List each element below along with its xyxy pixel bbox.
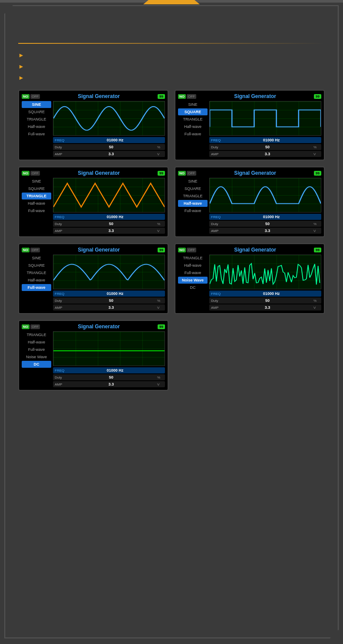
amp-unit: V <box>313 152 320 156</box>
amp-row-dc[interactable]: AMP 3.3 V <box>53 381 165 387</box>
duty-unit: % <box>313 222 320 226</box>
menu-item-triangle[interactable]: TRIANGLE <box>22 331 51 338</box>
sg-menu-halfwave: SINESQUARETRIANGLEHalf-waveFull-wave <box>178 178 208 234</box>
menu-item-square[interactable]: SQUARE <box>22 108 51 115</box>
menu-item-full-wave[interactable]: Full-wave <box>22 207 51 214</box>
freq-row-square[interactable]: FREQ 01000 Hz <box>209 137 321 143</box>
sg-menu-dc: TRIANGLEHalf-waveFull-waveNoise WaveDC <box>22 331 51 387</box>
menu-item-full-wave[interactable]: Full-wave <box>178 207 208 214</box>
duty-unit: % <box>157 222 163 226</box>
amp-value: 3.3 <box>223 152 312 156</box>
amp-value: 3.3 <box>67 382 155 386</box>
amp-row-fullwave[interactable]: AMP 3.3 V <box>53 304 165 311</box>
menu-item-sine[interactable]: SINE <box>22 178 51 185</box>
menu-item-dc[interactable]: DC <box>178 284 208 291</box>
freq-row-noise[interactable]: FREQ 01000 Hz <box>209 291 321 297</box>
badge-off: OFF <box>187 94 196 99</box>
freq-row-dc[interactable]: FREQ 01000 Hz <box>53 367 165 373</box>
duty-row-triangle[interactable]: Duty 50 % <box>53 221 165 227</box>
menu-item-square[interactable]: SQUARE <box>22 262 51 269</box>
menu-item-half-wave[interactable]: Half-wave <box>22 339 51 346</box>
freq-row-sine[interactable]: FREQ 01000 Hz <box>53 137 165 143</box>
menu-item-half-wave[interactable]: Half-wave <box>22 123 51 130</box>
menu-item-half-wave[interactable]: Half-wave <box>22 200 51 207</box>
freq-label: FREQ <box>211 292 221 296</box>
menu-item-full-wave[interactable]: Full-wave <box>22 346 51 353</box>
amp-row-noise[interactable]: AMP 3.3 V <box>209 304 321 311</box>
duty-row-halfwave[interactable]: Duty 50 % <box>209 221 321 227</box>
menu-item-triangle[interactable]: TRIANGLE <box>22 193 51 199</box>
freq-row-triangle[interactable]: FREQ 01000 Hz <box>53 214 165 220</box>
menu-item-full-wave[interactable]: Full-wave <box>22 284 51 291</box>
menu-item-triangle[interactable]: TRIANGLE <box>178 193 208 199</box>
menu-item-noise-wave[interactable]: Noise Wave <box>22 353 51 360</box>
sg-controls-triangle: FREQ 01000 Hz Duty 50 % AMP 3.3 V <box>53 214 165 234</box>
sg-body-triangle: SINESQUARETRIANGLEHalf-waveFull-wave FRE… <box>22 178 165 234</box>
sg-body-dc: TRIANGLEHalf-waveFull-waveNoise WaveDC F… <box>22 331 165 387</box>
badge-off: OFF <box>30 248 40 252</box>
freq-row-halfwave[interactable]: FREQ 01000 Hz <box>209 214 321 220</box>
duty-row-noise[interactable]: Duty 50 % <box>209 297 321 304</box>
features-list: ► ► ► <box>18 51 325 81</box>
duty-unit: % <box>157 376 163 379</box>
badge-no: NO <box>178 171 186 176</box>
menu-item-square[interactable]: SQUARE <box>22 185 51 192</box>
feature-item-3: ► <box>18 73 325 81</box>
duty-row-sine[interactable]: Duty 50 % <box>53 144 165 150</box>
menu-item-half-wave[interactable]: Half-wave <box>178 123 208 130</box>
divider <box>18 43 325 44</box>
amp-unit: V <box>157 229 163 233</box>
menu-item-sine[interactable]: SINE <box>22 101 51 108</box>
menu-item-sine[interactable]: SINE <box>178 101 208 108</box>
amp-label: AMP <box>211 229 221 233</box>
menu-item-square[interactable]: SQUARE <box>178 185 208 192</box>
duty-label: Duty <box>55 376 65 379</box>
arrow-icon-2: ► <box>18 63 24 70</box>
menu-item-full-wave[interactable]: Full-wave <box>22 131 51 137</box>
amp-value: 3.3 <box>223 305 312 310</box>
sg-header-fullwave: NO OFF Signal Generator 99 <box>22 247 165 253</box>
page-title <box>18 19 325 34</box>
duty-value: 50 <box>67 145 155 149</box>
freq-row-fullwave[interactable]: FREQ 01000 Hz <box>53 291 165 297</box>
sg-body-noise: TRIANGLEHalf-waveFull-waveNoise WaveDC F… <box>178 255 321 311</box>
sg-header-dc: NO OFF Signal Generator 99 <box>22 324 165 330</box>
menu-item-sine[interactable]: SINE <box>178 178 208 185</box>
menu-item-half-wave[interactable]: Half-wave <box>22 277 51 284</box>
menu-item-triangle[interactable]: TRIANGLE <box>178 116 208 123</box>
sg-menu-noise: TRIANGLEHalf-waveFull-waveNoise WaveDC <box>178 255 208 311</box>
duty-row-dc[interactable]: Duty 50 % <box>53 374 165 380</box>
amp-value: 3.3 <box>67 305 155 310</box>
menu-item-triangle[interactable]: TRIANGLE <box>22 116 51 123</box>
menu-item-triangle[interactable]: TRIANGLE <box>22 269 51 276</box>
menu-item-square[interactable]: SQUARE <box>178 108 208 115</box>
panel-wrapper-5: NO OFF Signal Generator 99 TRIANGLEHalf-… <box>175 243 325 314</box>
duty-row-fullwave[interactable]: Duty 50 % <box>53 297 165 304</box>
amp-row-sine[interactable]: AMP 3.3 V <box>53 151 165 157</box>
sg-right-halfwave: FREQ 01000 Hz Duty 50 % AMP 3.3 V <box>209 178 321 234</box>
amp-row-triangle[interactable]: AMP 3.3 V <box>53 228 165 234</box>
freq-label: FREQ <box>55 215 65 219</box>
menu-item-dc[interactable]: DC <box>22 361 51 368</box>
sg-body-square: SINESQUARETRIANGLEHalf-waveFull-wave FRE… <box>178 101 321 157</box>
menu-item-full-wave[interactable]: Full-wave <box>178 131 208 137</box>
sg-menu-sine: SINESQUARETRIANGLEHalf-waveFull-wave <box>22 101 51 157</box>
menu-item-noise-wave[interactable]: Noise Wave <box>178 277 208 284</box>
menu-item-triangle[interactable]: TRIANGLE <box>178 255 208 262</box>
badge-no: NO <box>178 248 186 252</box>
sg-controls-fullwave: FREQ 01000 Hz Duty 50 % AMP 3.3 V <box>53 291 165 311</box>
sg-right-triangle: FREQ 01000 Hz Duty 50 % AMP 3.3 V <box>53 178 165 234</box>
duty-row-square[interactable]: Duty 50 % <box>209 144 321 150</box>
menu-item-full-wave[interactable]: Full-wave <box>178 269 208 276</box>
menu-item-half-wave[interactable]: Half-wave <box>178 262 208 269</box>
sg-panel-halfwave: NO OFF Signal Generator 99 SINESQUARETRI… <box>175 167 325 237</box>
sg-header-left: NO OFF <box>178 94 196 99</box>
duty-unit: % <box>313 299 320 303</box>
amp-row-square[interactable]: AMP 3.3 V <box>209 151 321 157</box>
sg-controls-dc: FREQ 01000 Hz Duty 50 % AMP 3.3 V <box>53 367 165 387</box>
arrow-icon-1: ► <box>18 52 24 59</box>
sg-right-fullwave: FREQ 01000 Hz Duty 50 % AMP 3.3 V <box>53 255 165 311</box>
amp-row-halfwave[interactable]: AMP 3.3 V <box>209 228 321 234</box>
menu-item-half-wave[interactable]: Half-wave <box>178 200 208 207</box>
menu-item-sine[interactable]: SINE <box>22 255 51 262</box>
